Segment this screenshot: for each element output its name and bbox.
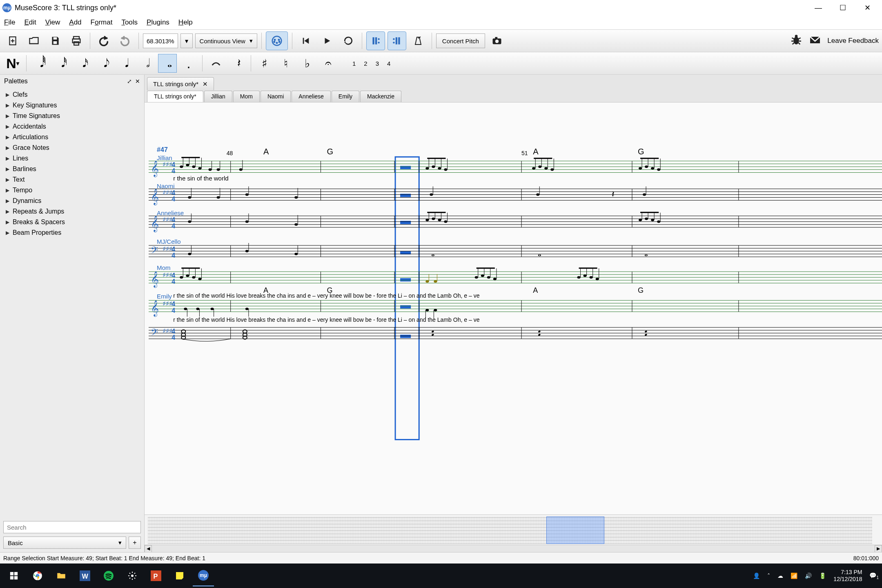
taskbar-settings[interactable] (122, 565, 143, 586)
flat-button[interactable]: ♭ (298, 54, 316, 73)
palette-search-input[interactable] (3, 521, 141, 533)
loop-in-button[interactable] (366, 31, 385, 50)
minimize-button[interactable]: — (806, 0, 831, 16)
menu-add[interactable]: Add (69, 18, 81, 27)
part-tab-mom[interactable]: Mom (233, 91, 260, 102)
palette-time-signatures[interactable]: ▶Time Signatures (0, 111, 144, 121)
taskbar-file-explorer[interactable] (51, 565, 72, 586)
tray-clock[interactable]: 7:13 PM 12/12/2018 (833, 569, 862, 583)
palette-key-signatures[interactable]: ▶Key Signatures (0, 100, 144, 111)
palette-beam-properties[interactable]: ▶Beam Properties (0, 227, 144, 238)
hscroll-right[interactable]: ▶ (875, 545, 882, 552)
open-button[interactable] (24, 31, 43, 50)
palettes-close-icon[interactable]: ✕ (135, 78, 140, 85)
save-button[interactable] (46, 31, 65, 50)
image-capture-button[interactable] (488, 31, 506, 50)
taskbar-musescore[interactable]: mμ (193, 565, 214, 586)
tray-up-icon[interactable]: ˄ (767, 572, 770, 579)
whole-note-button[interactable]: 𝅝 (158, 54, 177, 73)
tray-wifi-icon[interactable]: 📶 (791, 572, 797, 579)
palette-clefs[interactable]: ▶Clefs (0, 89, 144, 100)
voice-3[interactable]: 3 (376, 60, 379, 67)
metronome-button[interactable] (409, 31, 428, 50)
palette-breaks[interactable]: ▶Breaks & Spacers (0, 217, 144, 227)
palette-add-button[interactable]: + (129, 537, 141, 549)
zoom-value[interactable]: 68.3013% (143, 33, 178, 48)
8th-note-button[interactable]: 𝅘𝅥𝅮 (94, 54, 113, 73)
play-button[interactable] (318, 31, 336, 50)
menu-plugins[interactable]: Plugins (147, 18, 169, 27)
dot-button[interactable]: . (179, 54, 198, 73)
32nd-note-button[interactable]: 𝅘𝅥𝅰 (52, 54, 71, 73)
score-canvas[interactable]: #47 48 A G 51 A G Jillian (145, 102, 882, 514)
palette-accidentals[interactable]: ▶Accidentals (0, 121, 144, 132)
navigator-selection[interactable] (546, 517, 604, 544)
menu-view[interactable]: View (45, 18, 60, 27)
close-button[interactable]: ✕ (855, 0, 880, 16)
taskbar-word[interactable]: W (74, 565, 96, 586)
half-note-button[interactable]: 𝅗𝅥 (137, 54, 156, 73)
bug-icon[interactable] (790, 33, 803, 49)
tray-people-icon[interactable]: 👤 (753, 572, 760, 579)
rewind-button[interactable] (296, 31, 315, 50)
new-score-button[interactable] (3, 31, 22, 50)
menu-format[interactable]: Format (91, 18, 113, 27)
palette-grace-notes[interactable]: ▶Grace Notes (0, 143, 144, 153)
tie-button[interactable] (207, 54, 225, 73)
document-tab[interactable]: TLL strings only* ✕ (147, 77, 214, 90)
palette-barlines[interactable]: ▶Barlines (0, 164, 144, 174)
palettes-undock-icon[interactable]: ⤢ (127, 78, 132, 85)
sharp-button[interactable]: ♯ (255, 54, 274, 73)
maximize-button[interactable]: ☐ (831, 0, 855, 16)
redo-button[interactable] (116, 31, 134, 50)
palette-articulations[interactable]: ▶Articulations (0, 132, 144, 143)
view-mode-dropdown[interactable]: Continuous View▾ (195, 33, 257, 48)
part-tab-anneliese[interactable]: Anneliese (292, 91, 331, 102)
menu-edit[interactable]: Edit (24, 18, 36, 27)
concert-pitch-button[interactable]: Concert Pitch (436, 33, 485, 48)
loop-out-button[interactable] (388, 31, 406, 50)
part-tab-mackenzie[interactable]: Mackenzie (360, 91, 401, 102)
tray-notifications-icon[interactable]: 💬1 (869, 572, 879, 580)
part-tab-naomi[interactable]: Naomi (261, 91, 291, 102)
tray-volume-icon[interactable]: 🔊 (805, 572, 812, 579)
mail-icon[interactable] (808, 33, 822, 49)
taskbar-sticky-notes[interactable] (169, 565, 190, 586)
palette-text[interactable]: ▶Text (0, 174, 144, 185)
print-button[interactable] (67, 31, 86, 50)
16th-note-button[interactable]: 𝅘𝅥𝅯 (73, 54, 92, 73)
64th-note-button[interactable]: 𝅘𝅥𝅱 (31, 54, 49, 73)
palette-dynamics[interactable]: ▶Dynamics (0, 196, 144, 206)
voice-1[interactable]: 1 (352, 60, 356, 67)
menu-file[interactable]: File (4, 18, 15, 27)
voice-4[interactable]: 4 (387, 60, 390, 67)
palette-repeats[interactable]: ▶Repeats & Jumps (0, 206, 144, 217)
part-tab-jillian[interactable]: Jillian (204, 91, 232, 102)
zoom-dropdown[interactable]: ▾ (180, 33, 193, 48)
loop-button[interactable] (339, 31, 358, 50)
quarter-note-button[interactable]: 𝅘𝅥 (116, 54, 134, 73)
menu-help[interactable]: Help (178, 18, 193, 27)
flip-button[interactable]: 𝄐 (319, 54, 338, 73)
midi-input-button[interactable] (266, 31, 288, 50)
natural-button[interactable]: ♮ (276, 54, 295, 73)
note-input-mode[interactable]: N▾ (3, 54, 22, 73)
taskbar-chrome[interactable] (27, 565, 48, 586)
tray-onedrive-icon[interactable]: ☁ (777, 572, 783, 579)
taskbar-spotify[interactable] (98, 565, 119, 586)
palette-tempo[interactable]: ▶Tempo (0, 185, 144, 196)
rest-button[interactable]: 𝄽 (228, 54, 247, 73)
start-button[interactable] (3, 565, 24, 586)
menu-tools[interactable]: Tools (121, 18, 138, 27)
voice-2[interactable]: 2 (364, 60, 367, 67)
navigator-panel[interactable]: ◀ ▶ (145, 514, 882, 552)
part-tab-emily[interactable]: Emily (332, 91, 359, 102)
feedback-label[interactable]: Leave Feedback (827, 37, 879, 45)
palette-lines[interactable]: ▶Lines (0, 153, 144, 164)
part-tab-main[interactable]: TLL strings only* (147, 91, 203, 102)
taskbar-powerpoint[interactable]: P (145, 565, 167, 586)
undo-button[interactable] (94, 31, 113, 50)
tray-battery-icon[interactable]: 🔋 (819, 572, 826, 579)
palette-mode-dropdown[interactable]: Basic▾ (3, 537, 126, 549)
close-tab-icon[interactable]: ✕ (203, 80, 208, 88)
